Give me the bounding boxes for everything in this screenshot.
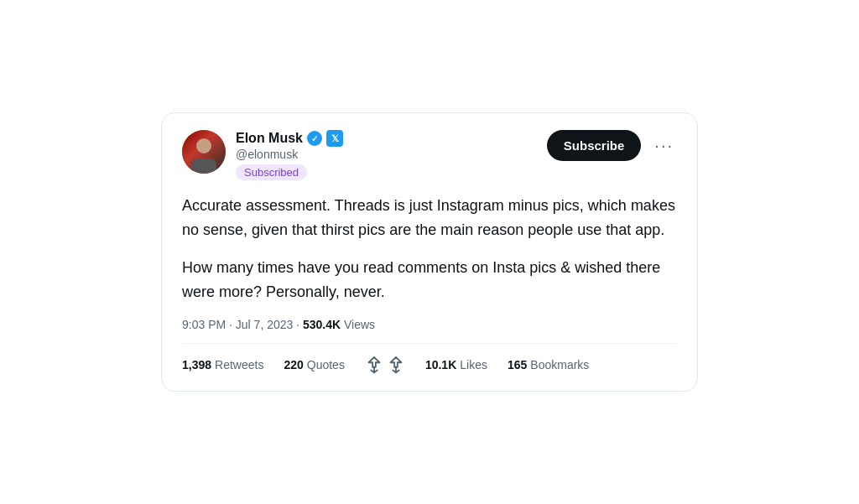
retweets-stat: 1,398 Retweets — [182, 358, 263, 372]
twitter-icon: 𝕏 — [326, 130, 343, 147]
svg-marker-4 — [390, 356, 401, 366]
tweet-views-count: 530.4K — [303, 318, 341, 331]
bookmarks-label: Bookmarks — [530, 358, 589, 372]
tweet-paragraph-2: How many times have you read comments on… — [182, 256, 677, 304]
header-left: Elon Musk ✓ 𝕏 @elonmusk Subscribed — [182, 130, 343, 180]
quotes-count: 220 — [284, 358, 303, 372]
restack-icon-1 — [365, 356, 383, 374]
more-options-button[interactable]: ··· — [651, 132, 677, 158]
retweets-label: Retweets — [215, 358, 263, 372]
likes-count: 10.1K — [425, 358, 456, 372]
tweet-header: Elon Musk ✓ 𝕏 @elonmusk Subscribed Subsc… — [182, 130, 677, 180]
user-info: Elon Musk ✓ 𝕏 @elonmusk Subscribed — [236, 130, 343, 180]
tweet-meta: 9:03 PM · Jul 7, 2023 · 530.4K Views — [182, 318, 677, 344]
likes-stat: 10.1K Likes — [425, 358, 487, 372]
header-right: Subscribe ··· — [547, 130, 677, 161]
svg-marker-0 — [368, 356, 379, 366]
likes-label: Likes — [460, 358, 487, 372]
user-name-row: Elon Musk ✓ 𝕏 — [236, 130, 343, 147]
bookmarks-stat: 165 Bookmarks — [508, 358, 589, 372]
verified-badge: ✓ — [307, 131, 322, 146]
restack-icon-2 — [387, 356, 405, 374]
bookmarks-count: 165 — [508, 358, 527, 372]
subscribe-button[interactable]: Subscribe — [547, 130, 642, 161]
tweet-stats: 1,398 Retweets 220 Quotes 10.1K Likes — [182, 356, 677, 374]
tweet-paragraph-1: Accurate assessment. Threads is just Ins… — [182, 194, 677, 242]
tweet-text: Accurate assessment. Threads is just Ins… — [182, 194, 677, 304]
display-name: Elon Musk — [236, 131, 303, 146]
tweet-card: Elon Musk ✓ 𝕏 @elonmusk Subscribed Subsc… — [161, 112, 698, 391]
tweet-timestamp: 9:03 PM · Jul 7, 2023 · — [182, 318, 303, 331]
subscribed-badge: Subscribed — [236, 164, 307, 180]
avatar[interactable] — [182, 130, 226, 174]
restack-icons — [365, 356, 405, 374]
username: @elonmusk — [236, 148, 343, 161]
tweet-views-label: Views — [341, 318, 375, 331]
tweet-body: Accurate assessment. Threads is just Ins… — [182, 194, 677, 304]
retweets-count: 1,398 — [182, 358, 211, 372]
quotes-stat: 220 Quotes — [284, 358, 345, 372]
quotes-label: Quotes — [307, 358, 345, 372]
